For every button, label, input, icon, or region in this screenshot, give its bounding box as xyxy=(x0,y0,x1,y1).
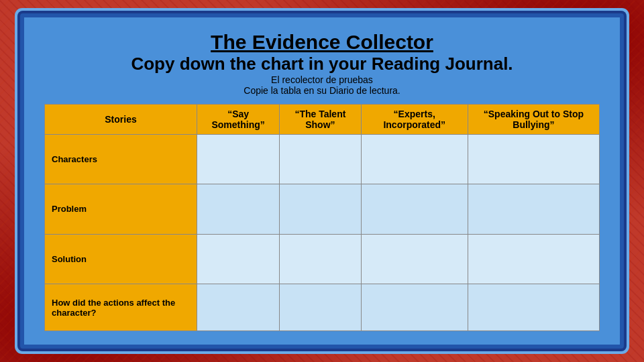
table-row: How did the actions affect the character… xyxy=(45,284,600,331)
subtitle-spanish-line2: Copie la tabla en su Diario de lectura. xyxy=(131,85,513,96)
page-title: The Evidence Collector xyxy=(131,31,513,54)
cell-problem-talent xyxy=(280,184,361,234)
cell-problem-say xyxy=(197,184,279,234)
subtitle-spanish-line1: El recolector de pruebas xyxy=(131,74,513,85)
row-label-solution: Solution xyxy=(45,234,197,284)
cell-characters-bullying xyxy=(468,135,599,184)
cell-problem-experts xyxy=(361,184,468,234)
row-label-characters: Characters xyxy=(45,135,197,184)
cell-actions-say xyxy=(197,284,279,331)
col-header-talent-show: “The Talent Show” xyxy=(280,105,361,135)
table-row: Solution xyxy=(45,234,600,284)
main-frame: The Evidence Collector Copy down the cha… xyxy=(20,13,624,349)
col-header-experts: “Experts, Incorporated” xyxy=(361,105,468,135)
row-label-problem: Problem xyxy=(45,184,197,234)
evidence-table: Stories “Say Something” “The Talent Show… xyxy=(44,104,600,331)
table-container: Stories “Say Something” “The Talent Show… xyxy=(44,104,600,331)
cell-characters-experts xyxy=(361,135,468,184)
row-label-actions: How did the actions affect the character… xyxy=(45,284,197,331)
cell-actions-bullying xyxy=(468,284,599,331)
col-header-stories: Stories xyxy=(45,105,197,135)
cell-solution-talent xyxy=(280,234,361,284)
table-row: Problem xyxy=(45,184,600,234)
cell-solution-bullying xyxy=(468,234,599,284)
table-row: Characters xyxy=(45,135,600,184)
cell-actions-talent xyxy=(280,284,361,331)
cell-solution-say xyxy=(197,234,279,284)
cell-problem-bullying xyxy=(468,184,599,234)
header-section: The Evidence Collector Copy down the cha… xyxy=(131,31,513,96)
col-header-speaking-out: “Speaking Out to Stop Bullying” xyxy=(468,105,599,135)
cell-characters-talent xyxy=(280,135,361,184)
cell-characters-say xyxy=(197,135,279,184)
table-header-row: Stories “Say Something” “The Talent Show… xyxy=(45,105,600,135)
col-header-say-something: “Say Something” xyxy=(197,105,279,135)
cell-actions-experts xyxy=(361,284,468,331)
cell-solution-experts xyxy=(361,234,468,284)
subtitle-english: Copy down the chart in your Reading Jour… xyxy=(131,54,513,74)
